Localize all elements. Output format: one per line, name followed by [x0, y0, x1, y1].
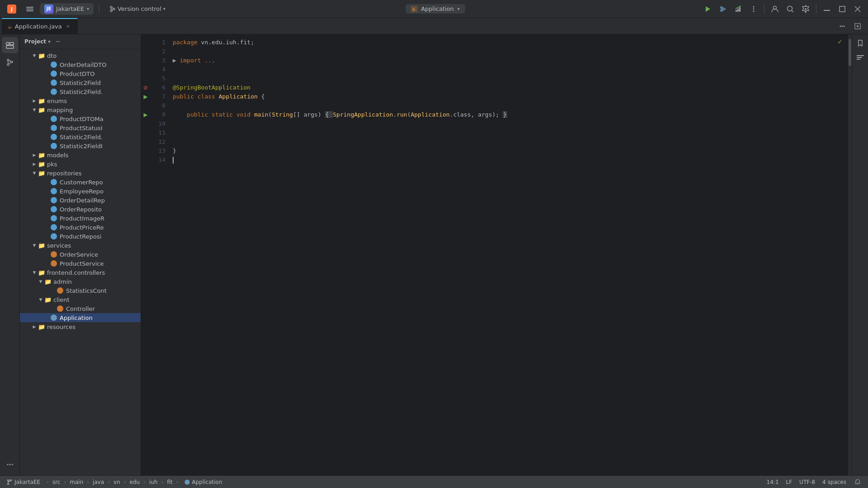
maximize-button[interactable] — [835, 2, 849, 16]
debug-button[interactable] — [716, 2, 730, 16]
svg-point-22 — [753, 10, 755, 12]
tree-item-services[interactable]: 📁 services — [20, 241, 141, 250]
svg-text:J: J — [10, 6, 13, 12]
tree-item-productpricere[interactable]: ProductPriceRe — [20, 223, 141, 232]
separator-3 — [816, 5, 816, 14]
svg-text:▶: ▶ — [413, 7, 416, 11]
tree-item-productreposi[interactable]: ProductReposi — [20, 232, 141, 241]
expand-editor-button[interactable] — [851, 19, 864, 33]
tab-options-button[interactable] — [835, 19, 849, 33]
interface-icon — [51, 224, 57, 230]
tree-item-application[interactable]: Application — [20, 313, 141, 322]
tree-label: ProductReposi — [60, 233, 101, 240]
gutter-3 — [141, 56, 150, 65]
tree-item-dto[interactable]: 📁 dto — [20, 51, 141, 60]
arrow-repos — [31, 169, 38, 177]
run-config-name: Application — [419, 5, 456, 12]
gutter-7-run[interactable]: ▶ — [141, 92, 150, 101]
code-editor[interactable]: package vn.edu.iuh.fit; ▶ import ... @Sp… — [169, 34, 848, 475]
tree-label-pks: pks — [47, 161, 57, 168]
svg-point-54 — [8, 483, 9, 484]
tree-item-orderservice[interactable]: OrderService — [20, 250, 141, 259]
panel-header-actions — [53, 37, 62, 46]
tree-item-resources[interactable]: 📁 resources — [20, 322, 141, 331]
run-config-selector[interactable]: ▶ Application ▾ — [406, 4, 465, 14]
tab-application-java[interactable]: ☕ Application.java ✕ — [2, 18, 78, 34]
tree-label-resources: resources — [47, 324, 75, 330]
status-bar: JakartaEE › src › main › java › vn › edu… — [0, 475, 868, 488]
tree-item-stat2f3[interactable]: Statistic2Field. — [20, 132, 141, 141]
profile-button[interactable] — [768, 2, 782, 16]
tree-item-productimager[interactable]: ProductImageR — [20, 214, 141, 223]
sep: › — [143, 479, 146, 485]
git-icon[interactable] — [2, 54, 18, 70]
tree-label: Statistic2Field — [60, 80, 101, 86]
tree-item-stat2f[interactable]: Statistic2Field — [20, 78, 141, 87]
breadcrumb-jakartaee: JakartaEE — [14, 479, 40, 485]
project-panel-icon[interactable] — [2, 37, 18, 53]
tree-item-repos[interactable]: 📁 repositories — [20, 169, 141, 178]
svg-point-20 — [753, 6, 755, 7]
status-branch[interactable]: JakartaEE — [4, 478, 43, 486]
more-tools-icon[interactable] — [2, 456, 18, 473]
settings-button[interactable] — [799, 2, 812, 16]
tree-item-client[interactable]: 📁 client — [20, 295, 141, 304]
more-run-options[interactable] — [747, 2, 760, 16]
editor-scroll[interactable]: ⊘ ▶ ▶ 1 2 3 4 5 6 7 8 9 10 11 12 13 14 — [141, 34, 852, 475]
tree-item-orderrepositо[interactable]: OrderReposito — [20, 205, 141, 214]
tree-item-order-detail-dto[interactable]: OrderDetailDTO — [20, 60, 141, 69]
vertical-scrollbar[interactable] — [848, 34, 852, 475]
bookmarks-icon[interactable] — [854, 36, 867, 50]
version-control-btn[interactable]: Version control ▾ — [105, 4, 170, 14]
close-button[interactable] — [851, 2, 864, 16]
interface-icon — [51, 89, 57, 95]
tree-item-enums[interactable]: 📁 enums — [20, 96, 141, 105]
notifications-icon[interactable] — [851, 475, 864, 488]
interface-icon — [51, 215, 57, 221]
svg-rect-3 — [26, 9, 33, 9]
scrollbar-thumb[interactable] — [849, 39, 851, 66]
status-cursor[interactable]: 14:1 — [764, 475, 782, 488]
tab-close-button[interactable]: ✕ — [65, 23, 72, 30]
gutter-6-no-entry: ⊘ — [141, 83, 150, 92]
project-selector[interactable]: JE JakartaEE ▾ — [40, 3, 94, 15]
tree-item-stat2f2[interactable]: Statistic2Field. — [20, 87, 141, 96]
bc-vn: vn — [113, 479, 120, 485]
folder-icon-pks: 📁 — [38, 161, 45, 168]
tree-item-pks[interactable]: 📁 pks — [20, 160, 141, 169]
run-button[interactable] — [701, 2, 714, 16]
tree-item-stat2fi[interactable]: Statistic2FieldI — [20, 141, 141, 150]
tree-item-statisticscont[interactable]: StatisticsCont — [20, 286, 141, 295]
tree-item-models[interactable]: 📁 models — [20, 150, 141, 160]
run-config-dropdown-icon: ▾ — [458, 6, 460, 11]
panel-collapse-btn[interactable] — [53, 37, 62, 46]
tree-item-mapping[interactable]: 📁 mapping — [20, 105, 141, 114]
hamburger-menu[interactable] — [24, 3, 36, 15]
sticky-lines-icon[interactable] — [854, 51, 867, 64]
tree-item-productstatusi[interactable]: ProductStatusI — [20, 123, 141, 132]
tree-item-controller[interactable]: Controller — [20, 304, 141, 313]
file-tree-scroll[interactable]: 📁 dto OrderDetailDTO ProductDTO Statisti… — [20, 49, 141, 475]
tree-item-frontend-controllers[interactable]: 📁 frontend.controllers — [20, 268, 141, 277]
minimize-button[interactable] — [820, 2, 834, 16]
bc-application[interactable]: Application — [182, 478, 225, 486]
tree-item-productdtoma[interactable]: ProductDTOMa — [20, 114, 141, 123]
editor-check-icon: ✓ — [837, 38, 843, 45]
status-indent[interactable]: 4 spaces — [820, 475, 849, 488]
line-ending: LF — [786, 479, 793, 485]
tree-item-employeerepo[interactable]: EmployeeRepo — [20, 187, 141, 196]
search-button[interactable] — [783, 2, 797, 16]
top-bar-center: ▶ Application ▾ — [172, 4, 699, 14]
coverage-button[interactable] — [731, 2, 745, 16]
tree-item-orderdetailrep[interactable]: OrderDetailRep — [20, 196, 141, 205]
tree-item-admin[interactable]: 📁 admin — [20, 277, 141, 286]
tree-label-admin: admin — [53, 278, 72, 285]
tree-label: EmployeeRepo — [60, 188, 104, 195]
tree-label: ProductDTOMa — [60, 116, 104, 122]
tree-item-product-dto[interactable]: ProductDTO — [20, 69, 141, 78]
status-encoding[interactable]: UTF-8 — [797, 475, 818, 488]
status-line-ending[interactable]: LF — [783, 475, 795, 488]
tree-item-productservice[interactable]: ProductService — [20, 259, 141, 268]
tree-item-customerrepo[interactable]: CustomerRepo — [20, 178, 141, 187]
gutter-9-run[interactable]: ▶ — [141, 110, 150, 119]
